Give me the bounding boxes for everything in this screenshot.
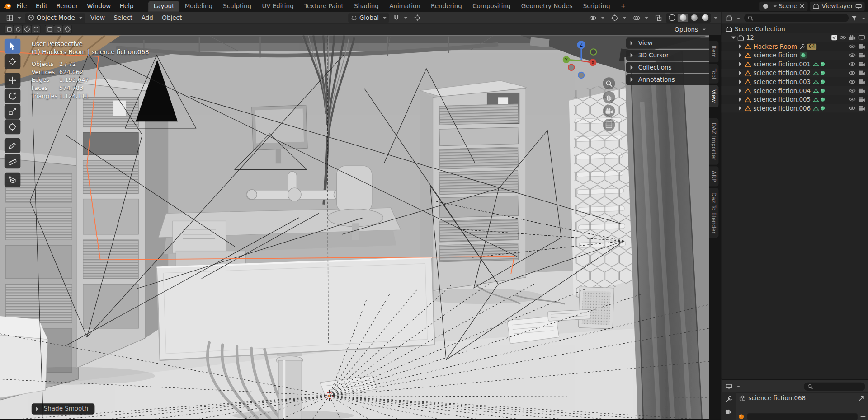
transform-orientation-select[interactable]: Global [348, 13, 389, 23]
render-tab-icon[interactable] [725, 408, 732, 415]
sidebar-tab-daz-importer[interactable]: DAZ Importer [709, 118, 719, 165]
rotate-tool[interactable] [5, 89, 21, 103]
outliner-row-object[interactable]: science fiction.006 [722, 104, 868, 113]
tool-tab-icon[interactable] [725, 396, 732, 403]
outliner-options-caret[interactable] [862, 18, 865, 21]
value-field[interactable] [747, 413, 858, 420]
select-option-button[interactable] [14, 25, 22, 33]
sidebar-tab-daz-to-blender[interactable]: Daz To Blender [709, 188, 719, 238]
workspace-tab-layout[interactable]: Layout [149, 1, 179, 11]
hide-eye-icon[interactable] [849, 61, 856, 67]
workspace-tab-shading[interactable]: Shading [349, 1, 384, 11]
add-workspace-button[interactable]: + [616, 1, 631, 11]
render-camera-icon[interactable] [858, 79, 865, 84]
select-option-button[interactable] [32, 25, 40, 33]
collection-checkbox[interactable] [831, 35, 837, 40]
expand-icon[interactable] [739, 71, 744, 75]
cursor-tool[interactable] [5, 54, 21, 69]
view-layer-selector[interactable]: ViewLayer [810, 1, 865, 11]
sidebar-tab-view[interactable]: View [709, 85, 719, 107]
transform-tool[interactable] [5, 119, 21, 134]
editor-type-button[interactable] [724, 14, 742, 22]
copy-view-layer-icon[interactable] [855, 3, 862, 9]
mode-select[interactable]: Object Mode [25, 13, 85, 23]
shading-solid-button[interactable] [678, 14, 688, 22]
blender-logo-icon[interactable] [3, 2, 11, 10]
properties-search-input[interactable] [803, 382, 865, 390]
outliner-row-object[interactable]: science fiction.002 [722, 69, 868, 78]
shading-dropdown-caret[interactable] [714, 17, 717, 20]
scale-tool[interactable] [5, 104, 21, 119]
proportional-editing-toggle[interactable] [411, 13, 424, 22]
options-dropdown[interactable]: Options [672, 24, 708, 34]
expand-icon[interactable] [739, 97, 744, 102]
hide-eye-icon[interactable] [839, 35, 846, 40]
menu-file[interactable]: File [13, 1, 31, 11]
workspace-tab-modeling[interactable]: Modeling [180, 1, 217, 11]
menu-viewport-view[interactable]: View [86, 13, 108, 23]
outliner-row-object[interactable]: science fiction.004 [722, 86, 868, 95]
camera-view-button[interactable] [603, 105, 615, 117]
operator-panel[interactable]: Shade Smooth [32, 403, 95, 414]
outliner-row-scene-collection[interactable]: Scene Collection [722, 24, 868, 33]
outliner-row-object[interactable]: science fiction.001 [722, 60, 868, 69]
hide-eye-icon[interactable] [849, 52, 856, 58]
viewport-canvas[interactable]: User Perspective (1) Hackers Room | scie… [0, 35, 709, 419]
outliner-row-object[interactable]: science fiction [722, 51, 868, 60]
pin-id-icon[interactable] [858, 395, 865, 401]
outliner-search-input[interactable] [744, 14, 849, 22]
select-box-tool[interactable] [5, 39, 21, 54]
workspace-tab-rendering[interactable]: Rendering [426, 1, 467, 11]
menu-window[interactable]: Window [83, 1, 115, 11]
viewport-disable-icon[interactable] [858, 35, 865, 40]
zoom-button[interactable] [603, 77, 615, 89]
expand-icon[interactable] [739, 62, 744, 66]
tool-option-button[interactable] [63, 25, 71, 33]
outliner-row-collection[interactable]: 12 [722, 33, 868, 42]
sidebar-tab-item[interactable]: Item [709, 41, 719, 62]
workspace-tab-geometry-nodes[interactable]: Geometry Nodes [516, 1, 578, 11]
menu-viewport-object[interactable]: Object [158, 13, 186, 23]
expand-icon[interactable] [739, 79, 744, 84]
render-camera-icon[interactable] [858, 88, 865, 93]
gizmos-dropdown[interactable] [609, 13, 629, 23]
hide-eye-icon[interactable] [849, 88, 856, 93]
ortho-toggle-button[interactable] [603, 119, 615, 131]
render-camera-icon[interactable] [858, 44, 865, 49]
workspace-tab-animation[interactable]: Animation [384, 1, 425, 11]
xray-toggle[interactable] [652, 13, 665, 23]
tool-option-button[interactable] [54, 25, 62, 33]
collapse-icon[interactable] [731, 37, 736, 41]
workspace-tab-texture-paint[interactable]: Texture Paint [299, 1, 349, 11]
render-camera-icon[interactable] [849, 35, 856, 40]
workspace-tab-sculpting[interactable]: Sculpting [218, 1, 256, 11]
hide-eye-icon[interactable] [849, 106, 856, 111]
outliner-row-object[interactable]: science fiction.003 [722, 77, 868, 86]
measure-tool[interactable] [5, 154, 21, 168]
n-panel-collections[interactable]: Collections [626, 62, 709, 73]
menu-help[interactable]: Help [116, 1, 137, 11]
hide-eye-icon[interactable] [849, 97, 856, 102]
add-cube-tool[interactable] [5, 173, 21, 187]
shading-material-button[interactable] [689, 14, 699, 22]
render-camera-icon[interactable] [858, 106, 865, 111]
render-camera-icon[interactable] [858, 97, 865, 102]
render-camera-icon[interactable] [858, 70, 865, 75]
shading-rendered-button[interactable] [700, 14, 710, 22]
snap-toggle[interactable] [391, 13, 410, 22]
menu-viewport-select[interactable]: Select [110, 13, 137, 23]
expand-icon[interactable] [739, 44, 744, 49]
hide-eye-icon[interactable] [849, 70, 856, 75]
shading-wireframe-button[interactable] [666, 14, 677, 22]
hide-eye-icon[interactable] [849, 44, 856, 49]
scene-selector[interactable]: Scene [760, 1, 808, 11]
n-panel-3d-cursor[interactable]: 3D Cursor [626, 50, 709, 61]
object-visibility-dropdown[interactable] [586, 14, 608, 22]
menu-edit[interactable]: Edit [32, 1, 51, 11]
overlays-dropdown[interactable] [630, 13, 651, 23]
outliner-row-object[interactable]: science fiction.005 [722, 95, 868, 104]
render-camera-icon[interactable] [858, 61, 865, 67]
move-tool[interactable] [5, 73, 21, 88]
expand-icon[interactable] [739, 89, 744, 93]
editor-type-button[interactable] [724, 383, 742, 390]
